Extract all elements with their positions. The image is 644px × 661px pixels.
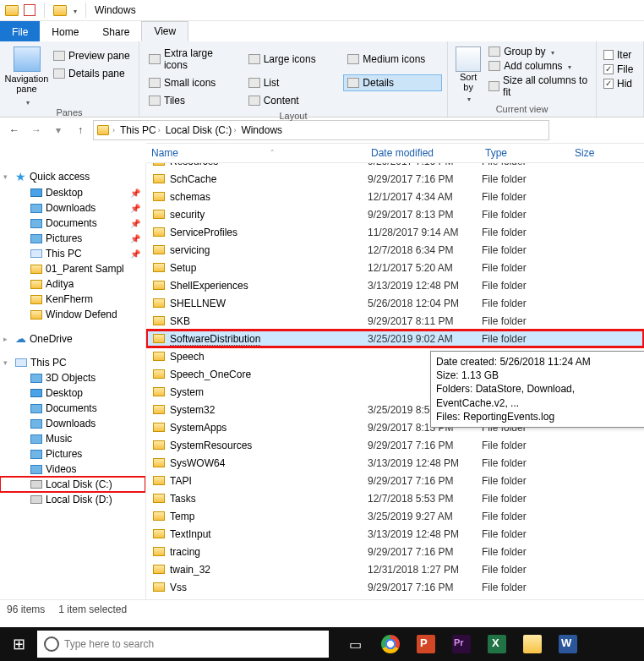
layout-large[interactable]: Large icons bbox=[244, 45, 343, 74]
taskbar-chrome[interactable] bbox=[373, 627, 408, 661]
list-icon bbox=[248, 78, 260, 88]
layout-details[interactable]: Details bbox=[343, 74, 442, 91]
folder-icon bbox=[153, 511, 165, 521]
file-row[interactable]: SHELLNEW5/26/2018 12:04 PMFile folder bbox=[146, 294, 644, 312]
add-columns-button[interactable]: Add columns bbox=[485, 59, 592, 73]
qat-save-icon[interactable] bbox=[24, 4, 35, 16]
forward-button[interactable]: → bbox=[27, 121, 46, 139]
file-row[interactable]: twain_3212/31/2018 1:27 PMFile folder bbox=[146, 560, 644, 578]
file-name: Vss bbox=[170, 582, 368, 593]
nav-documents[interactable]: Documents📌 bbox=[0, 216, 145, 231]
nav-parent-sampl[interactable]: 01_Parent Sampl bbox=[0, 261, 145, 276]
sort-by-button[interactable]: Sort by bbox=[451, 43, 485, 104]
file-row[interactable]: SKB9/29/2017 8:11 PMFile folder bbox=[146, 312, 644, 330]
file-date: 9/29/2017 7:16 PM bbox=[368, 475, 482, 487]
nav-videos[interactable]: Videos bbox=[0, 462, 145, 477]
nav-documents2[interactable]: Documents bbox=[0, 401, 145, 416]
back-button[interactable]: ← bbox=[5, 121, 24, 139]
group-by-button[interactable]: Group by bbox=[485, 45, 592, 58]
item-checkboxes-toggle[interactable]: Iter bbox=[600, 48, 640, 62]
task-view-button[interactable]: ▭ bbox=[337, 627, 373, 661]
nav-desktop[interactable]: Desktop📌 bbox=[0, 185, 145, 200]
file-row[interactable]: SchCache9/29/2017 7:16 PMFile folder bbox=[146, 170, 644, 188]
address-bar[interactable]: › This PC› Local Disk (C:)› Windows bbox=[93, 120, 549, 140]
qat-dropdown-icon[interactable] bbox=[72, 4, 77, 16]
nav-this-pc-pin[interactable]: This PC📌 bbox=[0, 246, 145, 261]
nav-downloads[interactable]: Downloads📌 bbox=[0, 200, 145, 216]
chevron-down-icon: ▾ bbox=[3, 358, 12, 367]
taskbar-powerpoint[interactable] bbox=[408, 627, 444, 661]
layout-list[interactable]: List bbox=[244, 74, 343, 91]
breadcrumb-local-disk[interactable]: Local Disk (C:)› bbox=[164, 124, 238, 136]
layout-medium[interactable]: Medium icons bbox=[343, 45, 442, 74]
tab-file[interactable]: File bbox=[0, 21, 40, 41]
file-row[interactable]: SoftwareDistribution3/25/2019 9:02 AMFil… bbox=[146, 330, 644, 347]
file-row[interactable]: TAPI9/29/2017 7:16 PMFile folder bbox=[146, 472, 644, 489]
file-ext-toggle[interactable]: File bbox=[600, 63, 640, 76]
nav-kenfherm[interactable]: KenFherm bbox=[0, 292, 145, 307]
nav-local-disk-c[interactable]: Local Disk (C:) bbox=[0, 477, 145, 492]
layout-tiles[interactable]: Tiles bbox=[145, 92, 243, 109]
file-row[interactable]: tracing9/29/2017 7:16 PMFile folder bbox=[146, 543, 644, 560]
taskbar-search[interactable]: Type here to search bbox=[37, 631, 329, 658]
chevron-down-icon bbox=[466, 92, 471, 104]
nav-aditya[interactable]: Aditya bbox=[0, 276, 145, 292]
file-row[interactable]: SystemResources9/29/2017 7:16 PMFile fol… bbox=[146, 436, 644, 454]
start-button[interactable]: ⊞ bbox=[0, 627, 37, 661]
file-row[interactable]: servicing12/7/2018 6:34 PMFile folder bbox=[146, 241, 644, 259]
tab-view[interactable]: View bbox=[141, 21, 188, 41]
breadcrumb-this-pc[interactable]: This PC› bbox=[118, 124, 162, 136]
nav-onedrive[interactable]: ▸☁OneDrive bbox=[0, 330, 145, 347]
size-all-columns-button[interactable]: Size all columns to fit bbox=[485, 74, 592, 99]
nav-local-disk-d[interactable]: Local Disk (D:) bbox=[0, 492, 145, 507]
nav-this-pc[interactable]: ▾This PC bbox=[0, 355, 145, 370]
folder-icon bbox=[153, 458, 165, 467]
layout-content[interactable]: Content bbox=[244, 92, 343, 109]
group-label-panes: Panes bbox=[3, 107, 135, 119]
nav-downloads2[interactable]: Downloads bbox=[0, 416, 145, 431]
column-date[interactable]: Date modified bbox=[366, 144, 480, 162]
breadcrumb[interactable]: › bbox=[111, 126, 117, 134]
preview-pane-button[interactable]: Preview pane bbox=[50, 48, 134, 63]
recent-button[interactable]: ▾ bbox=[49, 121, 68, 139]
file-list[interactable]: Resources9/29/2017 7:16 PMFile folderSch… bbox=[146, 163, 644, 599]
taskbar-file-explorer[interactable] bbox=[515, 627, 550, 661]
file-name: Speech_OneCore bbox=[170, 369, 368, 380]
file-row[interactable]: Tasks12/7/2018 5:53 PMFile folder bbox=[146, 489, 644, 507]
nav-desktop2[interactable]: Desktop bbox=[0, 385, 145, 401]
tab-home[interactable]: Home bbox=[40, 21, 90, 41]
up-button[interactable]: ↑ bbox=[71, 121, 90, 139]
nav-pictures2[interactable]: Pictures bbox=[0, 446, 145, 462]
details-pane-button[interactable]: Details pane bbox=[50, 66, 134, 81]
file-row[interactable]: Temp3/25/2019 9:27 AMFile folder bbox=[146, 507, 644, 525]
nav-window-defend[interactable]: Window Defend bbox=[0, 307, 145, 322]
nav-pictures[interactable]: Pictures📌 bbox=[0, 231, 145, 246]
file-row[interactable]: security9/29/2017 8:13 PMFile folder bbox=[146, 205, 644, 223]
navigation-tree[interactable]: ▾★Quick access Desktop📌 Downloads📌 Docum… bbox=[0, 163, 146, 599]
file-row[interactable]: schemas12/1/2017 4:34 AMFile folder bbox=[146, 188, 644, 205]
taskbar-premiere[interactable] bbox=[444, 627, 479, 661]
taskbar-excel[interactable] bbox=[479, 627, 515, 661]
column-name[interactable]: Name˄ bbox=[146, 144, 366, 162]
premiere-icon bbox=[452, 635, 471, 653]
file-row[interactable]: ShellExperiences3/13/2019 12:48 PMFile f… bbox=[146, 276, 644, 294]
layout-small[interactable]: Small icons bbox=[145, 74, 243, 91]
layout-extra-large[interactable]: Extra large icons bbox=[145, 45, 243, 74]
column-type[interactable]: Type bbox=[480, 144, 570, 162]
nav-music[interactable]: Music bbox=[0, 431, 145, 446]
nav-3d-objects[interactable]: 3D Objects bbox=[0, 370, 145, 385]
file-row[interactable]: Vss9/29/2017 7:16 PMFile folder bbox=[146, 578, 644, 596]
file-row[interactable]: SysWOW643/13/2019 12:48 PMFile folder bbox=[146, 454, 644, 472]
hidden-items-toggle[interactable]: Hid bbox=[600, 77, 640, 90]
file-row[interactable]: TextInput3/13/2019 12:48 PMFile folder bbox=[146, 525, 644, 543]
file-row[interactable]: Resources9/29/2017 7:16 PMFile folder bbox=[146, 163, 644, 170]
column-size[interactable]: Size bbox=[570, 144, 629, 162]
taskbar-word[interactable] bbox=[550, 627, 586, 661]
status-selected: 1 item selected bbox=[58, 604, 127, 615]
file-row[interactable]: ServiceProfiles11/28/2017 9:14 AMFile fo… bbox=[146, 223, 644, 241]
tab-share[interactable]: Share bbox=[90, 21, 141, 41]
navigation-pane-button[interactable]: Navigation pane bbox=[3, 43, 50, 107]
file-row[interactable]: Setup12/1/2017 5:20 AMFile folder bbox=[146, 259, 644, 276]
breadcrumb-windows[interactable]: Windows bbox=[239, 124, 284, 136]
nav-quick-access[interactable]: ▾★Quick access bbox=[0, 168, 145, 185]
